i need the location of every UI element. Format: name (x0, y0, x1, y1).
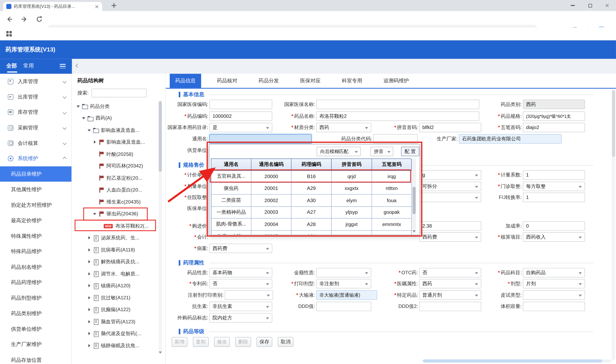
action-button[interactable]: 保存 (257, 337, 272, 347)
sidebar-item[interactable]: 特殊药品维护 (0, 244, 71, 259)
tree-caret-icon[interactable] (77, 104, 81, 109)
action-button[interactable]: 修改 (214, 337, 230, 347)
sidebar-item[interactable]: 药品药理维护 (0, 275, 71, 290)
tree-node[interactable]: 驱虫药(20436) (72, 208, 165, 220)
action-button[interactable]: 删除 (235, 337, 251, 347)
material-category-select[interactable]: 西药 (316, 123, 371, 132)
content-tab[interactable]: 医保对应 (295, 74, 326, 88)
tree-search-input[interactable] (92, 89, 147, 97)
tree-node[interactable]: 影响血液及造血... (72, 136, 165, 148)
close-tab-icon[interactable] (95, 5, 99, 9)
content-tab[interactable]: 药品核对 (211, 74, 243, 88)
dosage-form-select[interactable]: 片剂 (523, 279, 585, 288)
drug-account-select[interactable]: 自购药品 (523, 268, 585, 277)
tree-caret-icon[interactable] (88, 248, 92, 252)
filter-tab-all[interactable]: 全部 (6, 62, 17, 70)
sidebar-group[interactable]: 会计核算 (0, 135, 71, 151)
sidebar-item[interactable]: 协定处方对照维护 (0, 197, 71, 213)
action-button[interactable]: 新增 (172, 337, 187, 347)
content-tab[interactable]: 科室专用 (336, 74, 368, 88)
lookup-column-header[interactable]: 药理编码 (291, 159, 331, 171)
tree-caret-icon[interactable] (93, 164, 97, 169)
tree-node[interactable]: 布洛芬颗粒2(... (72, 220, 165, 232)
national-basic-list-select[interactable]: 是 (209, 123, 272, 132)
config-button[interactable]: 配 置 (401, 147, 419, 156)
tree-caret-icon[interactable] (88, 320, 92, 324)
content-tab[interactable]: 追溯码维护 (378, 74, 414, 88)
medical-record-fee-select[interactable]: 西药费 (209, 244, 272, 253)
tree-node[interactable]: 抗过敏(A121) (72, 292, 165, 304)
antibiotic-select[interactable]: 非抗生素 (209, 302, 272, 311)
popup-scroll-down-icon[interactable] (412, 230, 416, 232)
accounting-fee-select[interactable]: 西药费 (419, 232, 481, 242)
drug-class-code-input[interactable] (373, 134, 418, 144)
sidebar-item[interactable]: 药品类别维护 (0, 306, 71, 321)
print-dosage-form-select[interactable]: 非注射剂 (316, 279, 371, 288)
maximize-button[interactable] (581, 0, 599, 11)
pinyin-code-input[interactable]: blfkl2 (419, 123, 481, 132)
tree-caret-icon[interactable] (99, 224, 103, 228)
sidebar-group[interactable]: 系统维护 (0, 151, 71, 166)
amount-nature-select[interactable] (316, 268, 371, 277)
tree-node[interactable]: 维生素c(20435) (72, 196, 165, 208)
content-tab[interactable]: 药品分发 (253, 74, 285, 88)
tree-node[interactable]: 调节水、电解质... (72, 268, 165, 280)
browser-tab[interactable]: 药库管理系统(V13) - 药品目录... (3, 2, 102, 11)
main-horizontal-scrollbar[interactable] (422, 359, 611, 363)
tree-node[interactable]: 西药(A) (72, 112, 165, 124)
sidebar-item[interactable]: 药品别名维护 (0, 259, 71, 275)
sidebar-item[interactable]: 药品目录维护 (0, 166, 71, 182)
tree-node[interactable]: 抗癫痫(A122) (72, 304, 165, 316)
sidebar-group[interactable]: 库存管理 (0, 104, 71, 120)
sidebar-item[interactable]: 药品存放位置 (0, 352, 71, 364)
tree-scroll-down-icon[interactable] (159, 351, 162, 354)
fj-conversion-input[interactable]: 1 (523, 193, 585, 202)
tree-caret-icon[interactable] (88, 308, 92, 312)
match-mode-select[interactable]: 向后模糊匹配 (317, 147, 361, 156)
tree-node[interactable]: 脑血管药(A123) (72, 316, 165, 328)
tree-node[interactable]: 人血白蛋白(20... (72, 184, 165, 196)
tree-caret-icon[interactable] (93, 200, 97, 204)
tree-node[interactable]: 镇痛药(A120) (72, 280, 165, 292)
splittable-select[interactable]: 可拆分 (419, 182, 481, 191)
sidebar-item[interactable]: 特殊属性维护 (0, 228, 71, 244)
dose-coefficient-input[interactable]: 1 (523, 170, 585, 180)
tabs-scroll-left-icon[interactable] (76, 64, 80, 67)
purchase-price-input[interactable]: 2.38 (419, 221, 481, 231)
tree-node[interactable]: 影响血液及造血... (72, 124, 165, 136)
action-button[interactable]: 复制 (193, 337, 209, 347)
tree-caret-icon[interactable] (88, 284, 92, 288)
filter-tab-common[interactable]: 常用 (23, 62, 34, 70)
national-insurance-code-input[interactable] (209, 100, 272, 109)
action-button[interactable]: 取消 (278, 337, 293, 347)
tree-node[interactable]: 叶酸(20258) (72, 148, 165, 160)
specific-drug-select[interactable]: 普通片剂 (419, 290, 481, 300)
sidebar-item[interactable]: 最高定价维护 (0, 213, 71, 228)
sidebar-group[interactable]: 入库管理 (0, 74, 71, 89)
skin-test-type-select[interactable] (523, 290, 585, 300)
generic-name-input[interactable] (209, 134, 312, 144)
tree-caret-icon[interactable] (88, 236, 92, 240)
tree-node[interactable]: 羟乙基淀粉(20... (72, 172, 165, 184)
content-tab[interactable]: 药品信息 (170, 74, 201, 88)
sidebar-item[interactable]: 药品剂型维护 (0, 290, 71, 306)
popup-scrollbar[interactable] (412, 158, 416, 233)
ddd-value-input[interactable] (316, 302, 371, 311)
order-attribute-select[interactable]: 西药 (419, 279, 481, 288)
tree-caret-icon[interactable] (93, 212, 97, 216)
tree-caret-icon[interactable] (88, 272, 92, 276)
tree-node[interactable]: 泌尿系统药、生... (72, 232, 165, 244)
tree-caret-icon[interactable] (93, 140, 97, 145)
back-icon[interactable] (5, 15, 13, 23)
tree-caret-icon[interactable] (88, 128, 92, 133)
lookup-column-header[interactable]: 五笔首码 (372, 159, 412, 171)
outpatient-rounding-select[interactable]: 每方取整 (523, 182, 585, 191)
lookup-column-header[interactable]: 拼音首码 (331, 159, 372, 171)
tree-node[interactable]: 解热镇痛药及抗... (72, 256, 165, 268)
outsourced-flag-select[interactable]: 院内处方 (209, 313, 272, 323)
national-insurance-name-input[interactable] (316, 100, 479, 109)
drug-nature-select[interactable]: 基本药物 (209, 268, 272, 277)
tree-caret-icon[interactable] (82, 116, 86, 121)
tree-caret-icon[interactable] (88, 296, 92, 300)
wubi-code-input[interactable]: diajo2 (523, 123, 585, 132)
